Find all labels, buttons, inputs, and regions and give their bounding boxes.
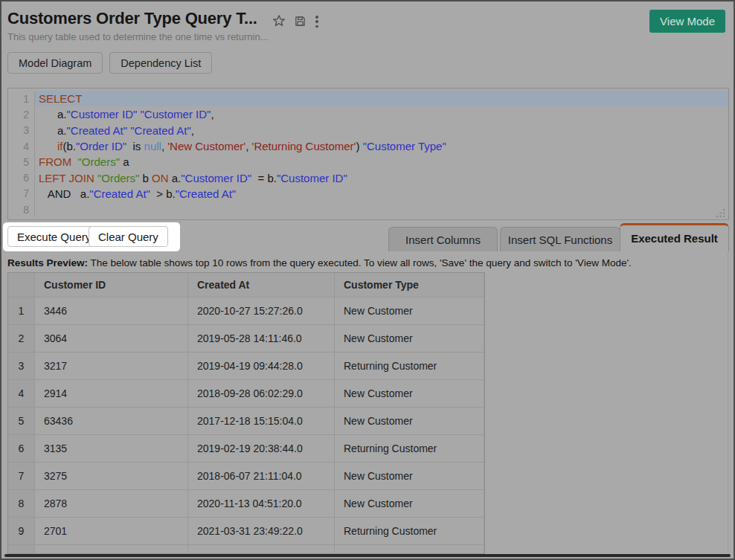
created-at-cell: 2018-09-28 06:02:29.0 [188, 380, 335, 408]
query-description: This query table used to determine the o… [7, 31, 268, 42]
code-line[interactable]: 6LEFT JOIN "Orders" b ON a."Customer ID"… [8, 170, 728, 185]
created-at-cell: 2021-03-31 23:49:22.0 [188, 518, 335, 545]
tab-insert-columns[interactable]: Insert Columns [388, 227, 498, 251]
line-number: 2 [8, 106, 35, 122]
customer-type-cell [335, 545, 484, 554]
panel-right-edge [728, 251, 728, 554]
customer-id-cell: 2914 [35, 380, 188, 408]
results-preview-note: Results Preview: The below table shows t… [7, 257, 632, 268]
row-number: 2 [8, 325, 35, 353]
customer-id-cell: 3275 [35, 463, 188, 490]
clear-query-button[interactable]: Clear Query [89, 226, 168, 247]
created-at-cell: 2020-10-27 15:27:26.0 [188, 297, 335, 325]
customer-id-cell: 2701 [35, 518, 188, 545]
code-line[interactable]: 7 AND a."Created At" > b."Created At" [8, 186, 728, 202]
created-at-cell: 2020-11-13 04:51:20.0 [188, 490, 335, 518]
row-number: 5 [8, 408, 35, 435]
line-number: 8 [8, 202, 35, 217]
line-number: 6 [8, 170, 35, 185]
code-line[interactable]: 4 if(b."Order ID" is null, 'New Customer… [8, 138, 728, 154]
column-header[interactable]: Created At [188, 273, 335, 297]
row-number: 9 [8, 518, 35, 545]
code-text: a."Customer ID" "Customer ID", [35, 106, 728, 122]
created-at-cell [188, 545, 335, 554]
sql-code-editor[interactable]: 1SELECT2 a."Customer ID" "Customer ID",3… [7, 88, 729, 220]
row-number [8, 545, 35, 554]
more-options-kebab-icon[interactable] [315, 16, 319, 28]
line-number: 3 [8, 123, 35, 138]
query-table-window: Customers Order Type Query T... View Mod… [0, 0, 735, 560]
customer-id-cell: 3064 [35, 325, 188, 353]
customer-type-cell: Returning Customer [335, 353, 484, 380]
customer-type-cell: New Customer [335, 490, 484, 518]
tab-executed-result[interactable]: Executed Result [620, 223, 729, 251]
customer-id-cell: 3135 [35, 435, 188, 463]
customer-id-cell: 3217 [35, 353, 188, 380]
favorite-star-icon[interactable] [272, 14, 286, 28]
customer-type-cell: New Customer [335, 408, 484, 435]
horizontal-scrollbar[interactable] [4, 554, 731, 557]
customer-id-cell: 3446 [35, 297, 188, 325]
code-text: a."Created At" "Created At", [35, 123, 728, 138]
code-line[interactable]: 8 [8, 202, 728, 217]
row-number: 6 [8, 435, 35, 463]
column-header[interactable]: Customer ID [35, 273, 188, 297]
customer-type-cell: New Customer [335, 380, 484, 408]
created-at-cell: 2018-06-07 21:11:04.0 [188, 463, 335, 490]
customer-type-cell: New Customer [335, 463, 484, 490]
line-number: 5 [8, 154, 35, 170]
customer-type-cell: Returning Customer [335, 518, 484, 545]
column-header[interactable]: Customer Type [335, 273, 484, 297]
code-text: LEFT JOIN "Orders" b ON a."Customer ID" … [35, 170, 728, 185]
code-text: if(b."Order ID" is null, 'New Customer',… [35, 138, 728, 154]
table-corner-cell [8, 273, 35, 297]
code-text [35, 202, 728, 217]
view-mode-button[interactable]: View Mode [649, 10, 725, 33]
customer-id-cell: 63436 [35, 408, 188, 435]
tab-insert-sql-functions[interactable]: Insert SQL Functions [500, 227, 620, 251]
code-text: AND a."Created At" > b."Created At" [35, 186, 728, 202]
customer-id-cell: 2878 [35, 490, 188, 518]
created-at-cell: 2017-12-18 15:15:04.0 [188, 408, 335, 435]
line-number: 4 [8, 138, 35, 154]
row-number: 8 [8, 490, 35, 518]
sql-editor-lines: 1SELECT2 a."Customer ID" "Customer ID",3… [8, 91, 728, 217]
code-text: FROM "Orders" a [35, 154, 728, 170]
nav-button-row: Model Diagram Dependency List [7, 52, 212, 74]
code-line[interactable]: 1SELECT [8, 91, 728, 106]
customer-type-cell: Returning Customer [335, 435, 484, 463]
save-icon[interactable] [294, 15, 306, 27]
line-number: 7 [8, 186, 35, 202]
row-number: 7 [8, 463, 35, 490]
customer-type-cell: New Customer [335, 297, 484, 325]
results-table: Customer IDCreated AtCustomer Type134462… [7, 272, 485, 554]
created-at-cell: 2019-04-19 09:44:28.0 [188, 353, 335, 380]
results-preview-label: Results Preview: [7, 257, 88, 268]
created-at-cell: 2019-02-19 20:38:44.0 [188, 435, 335, 463]
customer-id-cell [35, 545, 188, 554]
page-title: Customers Order Type Query T... [7, 9, 257, 28]
code-line[interactable]: 3 a."Created At" "Created At", [8, 123, 728, 138]
editor-resize-grip-icon[interactable] [714, 207, 726, 219]
created-at-cell: 2019-05-28 14:11:46.0 [188, 325, 335, 353]
results-preview-text: The below table shows top 10 rows from t… [88, 257, 632, 268]
execute-query-button[interactable]: Execute Query [7, 226, 100, 247]
model-diagram-button[interactable]: Model Diagram [7, 52, 103, 74]
code-line[interactable]: 2 a."Customer ID" "Customer ID", [8, 106, 728, 122]
row-number: 4 [8, 380, 35, 408]
customer-type-cell: New Customer [335, 325, 484, 353]
line-number: 1 [8, 91, 35, 106]
dependency-list-button[interactable]: Dependency List [109, 52, 212, 74]
row-number: 1 [8, 297, 35, 325]
code-text: SELECT [35, 91, 728, 106]
row-number: 3 [8, 353, 35, 380]
code-line[interactable]: 5FROM "Orders" a [8, 154, 728, 170]
